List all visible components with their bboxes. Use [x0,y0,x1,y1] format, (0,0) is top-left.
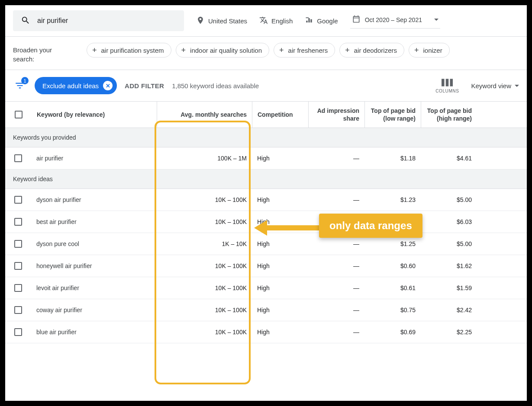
network-label: Google [317,17,338,25]
svg-rect-1 [446,79,449,86]
row-checkbox-cell [5,299,31,321]
cell-avg-searches: 10K – 100K [157,278,252,298]
cell-competition: High [252,300,308,320]
location-icon [196,16,205,26]
cell-impression: — [308,278,364,298]
checkbox[interactable] [15,111,23,118]
broaden-section: Broaden your search: +air purification s… [5,37,527,70]
table-row[interactable]: dyson air purifier10K – 100KHigh—$1.23$5… [5,189,527,211]
cell-competition: High [252,322,308,342]
cell-bid-high: $4.61 [421,148,477,169]
col-keyword[interactable]: Keyword (by relevance) [31,102,157,128]
view-dropdown[interactable]: Keyword view [471,82,519,90]
calendar-icon [352,15,361,25]
location-filter[interactable]: United States [196,16,247,26]
view-label: Keyword view [471,82,511,90]
filter-bar: 1 Exclude adult ideas ✕ ADD FILTER 1,850… [5,70,527,102]
col-bid-high[interactable]: Top of page bid (high range) [421,102,477,128]
cell-competition: High [252,189,308,210]
chip-label: air deodorizers [354,47,397,54]
cell-competition: High [252,256,308,276]
broaden-chip[interactable]: +indoor air quality solution [176,43,269,58]
cell-keyword: coway air purifier [31,300,157,320]
broaden-chip[interactable]: +air purification system [87,43,171,58]
cell-bid-low: $0.69 [364,322,421,342]
filter-count-badge: 1 [21,77,29,84]
cell-bid-low: $0.60 [364,256,421,276]
cell-bid-low: $0.75 [364,300,421,320]
filter-funnel-button[interactable]: 1 [13,79,27,93]
cell-keyword: best air purifier [31,211,157,232]
checkbox[interactable] [14,154,22,162]
close-icon[interactable]: ✕ [103,81,113,90]
search-box[interactable] [13,10,184,31]
table-row[interactable]: levoit air purifier10K – 100KHigh—$0.61$… [5,277,527,299]
chip-label: ionizer [423,47,442,54]
cell-avg-searches: 10K – 100K [157,300,252,320]
table-row[interactable]: honeywell air purifier10K – 100KHigh—$0.… [5,255,527,277]
table-row[interactable]: air purifier100K – 1MHigh—$1.18$4.61 [5,147,527,169]
translate-icon [259,16,268,26]
plus-icon: + [92,46,97,54]
chip-label: air fresheners [288,47,328,54]
section-provided: Keywords you provided [5,128,527,147]
topbar: United States English Google Oct 2020 – … [5,5,527,37]
checkbox[interactable] [14,196,22,204]
table-row[interactable]: blue air purifier10K – 100KHigh—$0.69$2.… [5,321,527,343]
row-checkbox-cell [5,233,31,255]
cell-keyword: dyson pure cool [31,233,157,254]
cell-keyword: blue air purifier [31,322,157,342]
exclude-adult-pill[interactable]: Exclude adult ideas ✕ [35,77,117,94]
checkbox[interactable] [14,328,22,336]
cell-keyword: dyson air purifier [31,189,157,210]
search-input[interactable] [37,17,176,25]
cell-impression: — [308,256,364,276]
select-all-header[interactable] [5,102,31,128]
checkbox[interactable] [14,218,22,226]
cell-keyword: honeywell air purifier [31,256,157,276]
col-avg-searches[interactable]: Avg. monthly searches [157,102,252,128]
col-competition[interactable]: Competition [252,102,308,128]
search-icon [21,16,30,26]
language-filter[interactable]: English [259,16,293,26]
svg-rect-2 [450,79,453,86]
columns-button[interactable]: COLUMNS [435,78,459,93]
search-network-icon [305,16,313,26]
network-filter[interactable]: Google [305,16,338,26]
broaden-chip[interactable]: +ionizer [409,43,450,58]
cell-avg-searches: 1K – 10K [157,233,252,254]
col-impression-share[interactable]: Ad impression share [308,102,364,128]
cell-impression: — [308,189,364,210]
checkbox[interactable] [14,306,22,314]
plus-icon: + [414,46,419,54]
chip-label: indoor air quality solution [190,47,262,54]
cell-avg-searches: 10K – 100K [157,211,252,232]
ideas-count-text: 1,850 keyword ideas available [172,82,259,90]
add-filter-button[interactable]: ADD FILTER [125,82,164,90]
cell-bid-high: $5.00 [421,233,477,254]
row-checkbox-cell [5,211,31,233]
cell-avg-searches: 100K – 1M [157,148,252,169]
date-range-filter[interactable]: Oct 2020 – Sep 2021 [350,13,440,29]
annotation-callout: only data ranges [319,214,422,238]
checkbox[interactable] [14,240,22,248]
cell-bid-low: $1.18 [364,148,421,169]
cell-keyword: levoit air purifier [31,278,157,298]
cell-impression: — [308,322,364,342]
broaden-chips: +air purification system+indoor air qual… [87,43,450,58]
cell-impression: — [308,148,364,169]
table-row[interactable]: coway air purifier10K – 100KHigh—$0.75$2… [5,299,527,321]
cell-bid-low: $1.23 [364,189,421,210]
broaden-chip[interactable]: +air fresheners [274,43,335,58]
checkbox[interactable] [14,262,22,270]
cell-bid-low: $0.61 [364,278,421,298]
broaden-chip[interactable]: +air deodorizers [339,43,404,58]
annotation-arrow-icon [254,220,321,237]
checkbox[interactable] [14,284,22,292]
cell-avg-searches: 10K – 100K [157,322,252,342]
chevron-down-icon [434,19,438,21]
col-bid-low[interactable]: Top of page bid (low range) [364,102,421,128]
svg-rect-0 [442,79,445,86]
cell-keyword: air purifier [31,148,157,169]
cell-bid-high: $1.59 [421,278,477,298]
